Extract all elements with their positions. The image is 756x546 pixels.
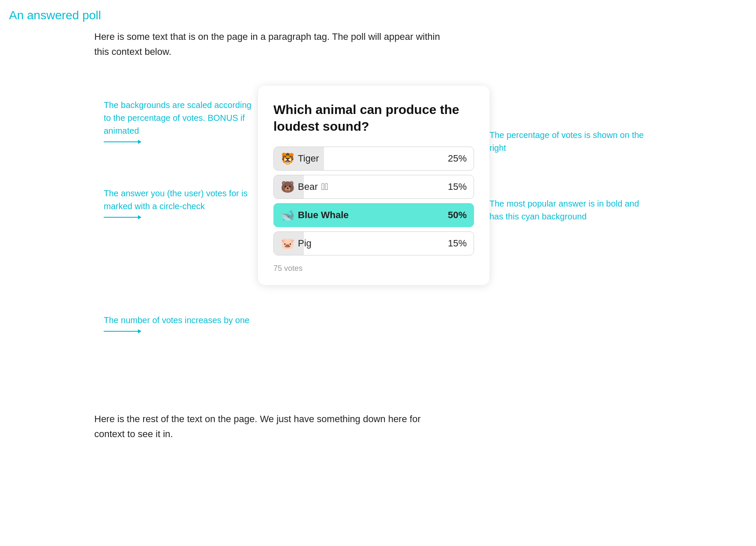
poll-option-blue-whale[interactable]: 🐋 Blue Whale 50% [273, 203, 474, 227]
left-annotations: The backgrounds are scaled according to … [104, 86, 258, 351]
poll-options: 🐯 Tiger 25% 🐻 Bear ✓⃝ 15% [273, 147, 474, 255]
votes-annotation: The number of votes increases by one [104, 314, 258, 333]
right-annotations: The percentage of votes is shown on the … [489, 86, 652, 249]
page-title: An answered poll [9, 9, 101, 22]
bear-emoji: 🐻 [281, 180, 294, 194]
blue-whale-pct: 50% [448, 210, 467, 221]
poll-option-bear[interactable]: 🐻 Bear ✓⃝ 15% [273, 175, 474, 199]
bg-annotation: The backgrounds are scaled according to … [104, 99, 258, 144]
blue-whale-emoji: 🐋 [281, 209, 294, 222]
blue-whale-label: Blue Whale [298, 210, 349, 221]
pct-annotation: The percentage of votes is shown on the … [489, 129, 652, 154]
poll-widget: Which animal can produce the loudest sou… [258, 86, 489, 285]
user-voted-check-icon: ✓⃝ [321, 181, 328, 192]
bottom-text: Here is the rest of the text on the page… [94, 411, 446, 441]
pig-pct: 15% [448, 238, 467, 249]
poll-question: Which animal can produce the loudest sou… [273, 101, 474, 135]
pig-emoji: 🐷 [281, 237, 294, 250]
poll-option-pig[interactable]: 🐷 Pig 15% [273, 231, 474, 255]
popular-annotation: The most popular answer is in bold and h… [489, 197, 652, 223]
tiger-label: Tiger [298, 153, 319, 164]
tiger-pct: 25% [448, 153, 467, 164]
intro-text: Here is some text that is on the page in… [94, 29, 446, 59]
bear-pct: 15% [448, 181, 467, 192]
pig-label: Pig [298, 238, 312, 249]
poll-option-tiger[interactable]: 🐯 Tiger 25% [273, 147, 474, 171]
tiger-emoji: 🐯 [281, 152, 294, 165]
check-annotation: The answer you (the user) votes for is m… [104, 187, 258, 219]
bear-label: Bear [298, 181, 318, 192]
poll-total-votes: 75 votes [273, 264, 474, 273]
